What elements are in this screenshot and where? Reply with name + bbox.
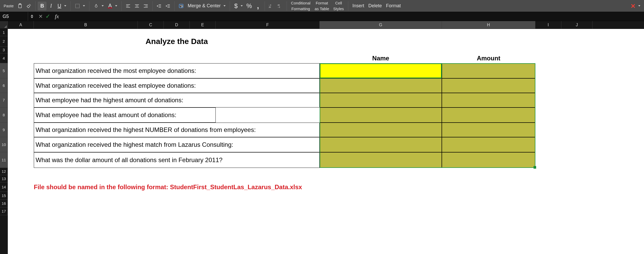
fat-l2: as Table [315, 7, 329, 11]
question-row-11[interactable]: What was the dollar amount of all donati… [34, 152, 320, 168]
column-headers: A B C D E F G H I J [0, 21, 644, 29]
grid-area: 1 2 3 4 5 6 7 8 9 10 11 12 13 14 15 16 1… [0, 29, 644, 254]
col-header-F[interactable]: F [216, 21, 320, 29]
currency-symbol: $ [234, 2, 238, 10]
col-header-C[interactable]: C [138, 21, 164, 29]
bold-label: B [40, 3, 44, 9]
row-header-4[interactable]: 4 [0, 53, 8, 63]
format-painter-icon[interactable] [24, 2, 33, 10]
col-header-D[interactable]: D [164, 21, 190, 29]
question-row-10[interactable]: What organization received the highest m… [34, 137, 320, 152]
arrow-down-icon[interactable] [31, 17, 33, 18]
fat-l1: Format [316, 1, 328, 5]
row-header-6[interactable]: 6 [0, 78, 8, 93]
conditional-formatting-button[interactable]: Conditional Formatting [289, 1, 313, 11]
cell-styles-button[interactable]: Cell Styles [331, 1, 346, 11]
confirm-entry-button[interactable]: ✓ [45, 13, 50, 20]
cell-G8[interactable] [320, 107, 442, 123]
align-right-button[interactable] [141, 2, 150, 10]
col-header-I[interactable]: I [535, 21, 561, 29]
align-center-button[interactable] [133, 2, 141, 10]
percent-symbol: % [246, 2, 252, 10]
bold-button[interactable]: B [38, 2, 47, 10]
cell-G9[interactable] [320, 123, 442, 137]
format-as-table-button[interactable]: Format as Table [313, 1, 331, 11]
format-label: Format [386, 3, 401, 9]
clipboard-icon[interactable] [16, 2, 24, 10]
currency-dropdown[interactable]: $ [232, 2, 245, 10]
cell-H9[interactable] [442, 123, 535, 137]
wrap-text-button[interactable] [177, 2, 186, 10]
cell-H11[interactable] [442, 152, 535, 168]
cell-H6[interactable] [442, 78, 535, 93]
format-button[interactable]: Format [384, 2, 403, 10]
cell-G6[interactable] [320, 78, 442, 93]
row-header-8[interactable]: 8 [0, 107, 8, 123]
row-header-12[interactable]: 12 [0, 168, 8, 175]
worksheet[interactable]: Analyze the Data Name Amount What organi… [8, 29, 644, 254]
font-color-dropdown[interactable]: A [106, 2, 119, 10]
underline-label: U [57, 3, 61, 9]
name-box[interactable]: G5 [0, 12, 28, 21]
row-header-16[interactable]: 16 [0, 200, 8, 207]
row-header-17[interactable]: 17 [0, 207, 8, 215]
cell-G11[interactable] [320, 152, 442, 168]
question-row-8[interactable]: What employee had the least amount of do… [34, 107, 216, 123]
col-header-J[interactable]: J [561, 21, 593, 29]
fx-button[interactable]: fx [53, 13, 61, 20]
comma-button[interactable]: , [254, 2, 262, 10]
row-header-10[interactable]: 10 [0, 137, 8, 152]
paste-label: Paste [4, 4, 14, 8]
cell-G5[interactable] [320, 63, 442, 78]
decrease-decimal-button[interactable]: .00→0 [276, 2, 285, 10]
col-header-H[interactable]: H [442, 21, 535, 29]
cell-H8[interactable] [442, 107, 535, 123]
question-row-5[interactable]: What organization received the most empl… [34, 63, 320, 78]
borders-dropdown[interactable] [73, 2, 87, 10]
col-header-G[interactable]: G [320, 21, 442, 29]
cell-H7[interactable] [442, 93, 535, 107]
row-header-7[interactable]: 7 [0, 93, 8, 107]
increase-indent-button[interactable] [163, 2, 172, 10]
clear-dropdown[interactable] [628, 3, 642, 9]
row-header-15[interactable]: 15 [0, 192, 8, 200]
cancel-entry-button[interactable]: ✕ [38, 13, 43, 20]
italic-button[interactable]: I [47, 2, 55, 10]
row-header-13[interactable]: 13 [0, 175, 8, 182]
cs-l2: Styles [333, 7, 344, 11]
cell-G10[interactable] [320, 137, 442, 152]
arrow-up-icon[interactable] [31, 15, 33, 16]
svg-text:.00: .00 [268, 6, 271, 8]
question-row-9[interactable]: What organization received the highest N… [34, 123, 320, 137]
row-header-2[interactable]: 2 [0, 36, 8, 47]
fill-color-dropdown[interactable] [91, 2, 106, 10]
col-header-E[interactable]: E [190, 21, 216, 29]
decrease-indent-button[interactable] [155, 2, 163, 10]
formula-input[interactable] [64, 12, 644, 21]
row-header-1[interactable]: 1 [0, 29, 8, 36]
percent-button[interactable]: % [245, 2, 254, 10]
delete-button[interactable]: Delete [366, 2, 384, 10]
col-header-A[interactable]: A [8, 21, 34, 29]
select-all-corner[interactable] [0, 21, 8, 29]
row-header-11[interactable]: 11 [0, 152, 8, 168]
comma-symbol: , [257, 2, 259, 10]
col-header-B[interactable]: B [34, 21, 138, 29]
row-header-3[interactable]: 3 [0, 47, 8, 53]
paste-button[interactable]: Paste [2, 1, 16, 11]
merge-center-dropdown[interactable]: Merge & Center [186, 2, 228, 10]
cell-G7[interactable] [320, 93, 442, 107]
increase-decimal-button[interactable]: ←0.00 [267, 2, 276, 10]
cf-l1: Conditional [291, 1, 311, 5]
insert-button[interactable]: Insert [350, 2, 366, 10]
row-header-5[interactable]: 5 [0, 63, 8, 78]
underline-button[interactable]: U [55, 2, 68, 10]
row-header-9[interactable]: 9 [0, 123, 8, 137]
align-left-button[interactable] [124, 2, 133, 10]
name-box-stepper[interactable] [28, 15, 36, 18]
question-row-6[interactable]: What organization received the least emp… [34, 78, 320, 93]
cell-H5[interactable] [442, 63, 535, 78]
question-row-7[interactable]: What employee had the highest amount of … [34, 93, 320, 107]
row-header-14[interactable]: 14 [0, 182, 8, 192]
cell-H10[interactable] [442, 137, 535, 152]
